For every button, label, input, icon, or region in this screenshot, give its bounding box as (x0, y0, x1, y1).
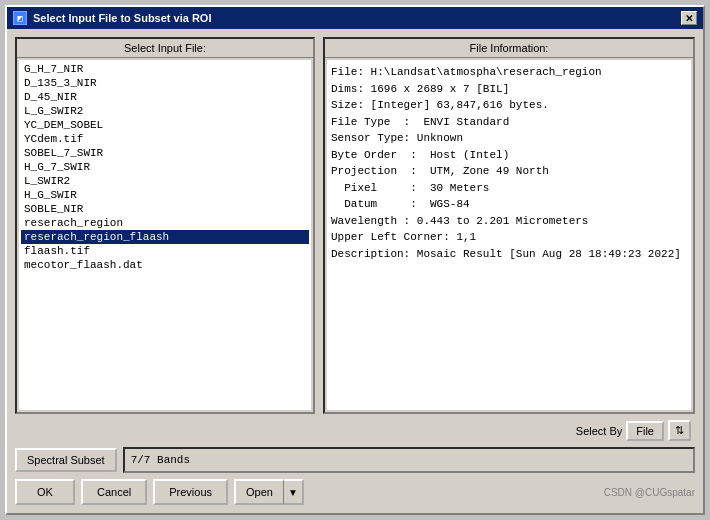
list-item[interactable]: D_45_NIR (21, 90, 309, 104)
cancel-button[interactable]: Cancel (81, 479, 147, 505)
previous-button[interactable]: Previous (153, 479, 228, 505)
content-area: Select Input File: G_H_7_NIRD_135_3_NIRD… (7, 29, 703, 513)
list-item[interactable]: G_H_7_NIR (21, 62, 309, 76)
title-bar-left: ◩ Select Input File to Subset via ROI (13, 11, 211, 25)
open-button-group: Open ▼ (234, 479, 304, 505)
open-arrow-button[interactable]: ▼ (283, 479, 304, 505)
file-info-area: File: H:\Landsat\atmospha\reserach_regio… (327, 60, 691, 410)
ok-button[interactable]: OK (15, 479, 75, 505)
main-window: ◩ Select Input File to Subset via ROI ✕ … (5, 5, 705, 515)
list-item[interactable]: L_SWIR2 (21, 174, 309, 188)
spectral-bands-input[interactable] (123, 447, 695, 473)
panels-row: Select Input File: G_H_7_NIRD_135_3_NIRD… (15, 37, 695, 414)
list-item[interactable]: flaash.tif (21, 244, 309, 258)
left-panel-title: Select Input File: (17, 39, 313, 58)
select-by-row: Select By File ⇅ (15, 420, 695, 441)
select-by-file-button[interactable]: File (626, 421, 664, 441)
list-item[interactable]: H_G_SWIR (21, 188, 309, 202)
list-item[interactable]: SOBEL_7_SWIR (21, 146, 309, 160)
list-item[interactable]: SOBLE_NIR (21, 202, 309, 216)
watermark: CSDN @CUGspatar (604, 487, 695, 498)
list-item[interactable]: D_135_3_NIR (21, 76, 309, 90)
open-button[interactable]: Open (234, 479, 283, 505)
list-item[interactable]: mecotor_flaash.dat (21, 258, 309, 272)
window-title: Select Input File to Subset via ROI (33, 12, 211, 24)
sort-button[interactable]: ⇅ (668, 420, 691, 441)
window-icon: ◩ (13, 11, 27, 25)
list-item[interactable]: H_G_7_SWIR (21, 160, 309, 174)
title-bar: ◩ Select Input File to Subset via ROI ✕ (7, 7, 703, 29)
bottom-row: OK Cancel Previous Open ▼ CSDN @CUGspata… (15, 479, 695, 505)
right-panel-title: File Information: (325, 39, 693, 58)
left-panel: Select Input File: G_H_7_NIRD_135_3_NIRD… (15, 37, 315, 414)
list-item[interactable]: L_G_SWIR2 (21, 104, 309, 118)
list-item[interactable]: YCdem.tif (21, 132, 309, 146)
close-button[interactable]: ✕ (681, 11, 697, 25)
list-item[interactable]: reserach_region (21, 216, 309, 230)
list-item[interactable]: YC_DEM_SOBEL (21, 118, 309, 132)
select-by-label: Select By (576, 425, 622, 437)
spectral-row: Spectral Subset (15, 447, 695, 473)
file-list[interactable]: G_H_7_NIRD_135_3_NIRD_45_NIRL_G_SWIR2YC_… (19, 60, 311, 410)
list-item[interactable]: reserach_region_flaash (21, 230, 309, 244)
spectral-subset-button[interactable]: Spectral Subset (15, 448, 117, 472)
right-panel: File Information: File: H:\Landsat\atmos… (323, 37, 695, 414)
